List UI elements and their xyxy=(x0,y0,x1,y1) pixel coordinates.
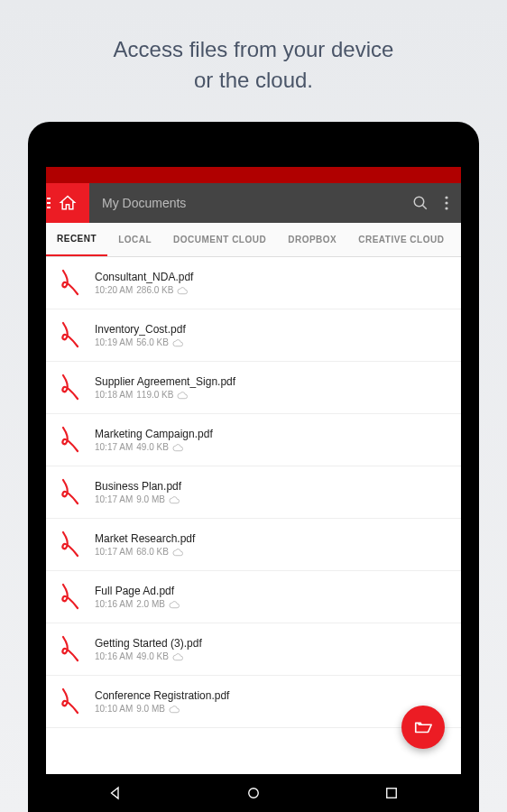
file-name: Marketing Campaign.pdf xyxy=(95,428,448,440)
file-time: 10:10 AM xyxy=(95,704,133,714)
pdf-icon xyxy=(59,373,84,403)
cloud-icon xyxy=(172,653,183,660)
app-screen: My Documents RECENTLOCALDOCUMENT CLOUDDR… xyxy=(46,167,461,812)
file-name: Consultant_NDA.pdf xyxy=(95,271,448,283)
file-meta: 10:17 AM 68.0 KB xyxy=(95,547,448,557)
pdf-icon xyxy=(59,634,84,665)
tab-bar: RECENTLOCALDOCUMENT CLOUDDROPBOXCREATIVE… xyxy=(46,223,461,257)
file-row[interactable]: Market Research.pdf 10:17 AM 68.0 KB xyxy=(46,519,461,571)
file-name: Supplier Agreement_Sign.pdf xyxy=(95,375,448,388)
fab-open-folder[interactable] xyxy=(401,706,445,749)
file-name: Inventory_Cost.pdf xyxy=(95,323,448,336)
file-name: Market Research.pdf xyxy=(95,532,448,545)
file-time: 10:18 AM xyxy=(95,390,133,400)
file-time: 10:17 AM xyxy=(95,442,133,452)
file-info: Marketing Campaign.pdf 10:17 AM 49.0 KB xyxy=(95,428,448,452)
svg-point-5 xyxy=(249,789,259,798)
file-row[interactable]: Consultant_NDA.pdf 10:20 AM 286.0 KB xyxy=(46,257,461,309)
tab-document-cloud[interactable]: DOCUMENT CLOUD xyxy=(162,223,277,256)
nav-recents-button[interactable] xyxy=(364,774,419,812)
promo-caption: Access files from your device or the clo… xyxy=(114,34,394,95)
svg-point-3 xyxy=(445,202,447,205)
file-meta: 10:18 AM 119.0 KB xyxy=(95,390,448,400)
tab-local[interactable]: LOCAL xyxy=(107,223,162,256)
pdf-icon xyxy=(59,268,84,299)
file-size: 56.0 KB xyxy=(136,337,169,347)
file-info: Consultant_NDA.pdf 10:20 AM 286.0 KB xyxy=(95,271,448,295)
cloud-icon xyxy=(172,549,183,556)
pdf-icon xyxy=(59,582,84,613)
file-size: 9.0 MB xyxy=(136,704,165,714)
pdf-icon xyxy=(59,687,84,717)
file-size: 2.0 MB xyxy=(136,599,165,609)
tab-creative-cloud[interactable]: CREATIVE CLOUD xyxy=(347,223,455,256)
promo-line1: Access files from your device xyxy=(114,37,394,61)
cloud-icon xyxy=(169,706,180,713)
file-meta: 10:17 AM 49.0 KB xyxy=(95,442,448,452)
file-meta: 10:16 AM 49.0 KB xyxy=(95,651,448,661)
android-nav-bar xyxy=(46,774,461,812)
cloud-icon xyxy=(169,601,180,608)
app-bar: My Documents xyxy=(46,183,461,223)
svg-rect-6 xyxy=(387,789,397,798)
file-size: 9.0 MB xyxy=(136,494,165,504)
cloud-icon xyxy=(169,496,180,503)
tab-dropbox[interactable]: DROPBOX xyxy=(277,223,347,256)
file-time: 10:20 AM xyxy=(95,285,133,295)
file-row[interactable]: Inventory_Cost.pdf 10:19 AM 56.0 KB xyxy=(46,309,461,362)
svg-point-0 xyxy=(414,197,424,207)
cloud-icon xyxy=(172,339,183,346)
file-time: 10:19 AM xyxy=(95,337,133,347)
file-time: 10:17 AM xyxy=(95,547,133,557)
file-row[interactable]: Business Plan.pdf 10:17 AM 9.0 MB xyxy=(46,466,461,519)
file-time: 10:16 AM xyxy=(95,599,133,609)
svg-line-1 xyxy=(422,205,427,209)
file-meta: 10:17 AM 9.0 MB xyxy=(95,494,448,504)
file-row[interactable]: Conference Registration.pdf 10:10 AM 9.0… xyxy=(46,676,461,728)
menu-icon[interactable] xyxy=(46,183,51,223)
cloud-icon xyxy=(172,444,183,451)
file-list[interactable]: Consultant_NDA.pdf 10:20 AM 286.0 KB Inv… xyxy=(46,257,461,812)
file-size: 49.0 KB xyxy=(136,651,169,661)
cloud-icon xyxy=(177,287,188,294)
file-row[interactable]: Supplier Agreement_Sign.pdf 10:18 AM 119… xyxy=(46,362,461,414)
tab-recent[interactable]: RECENT xyxy=(46,223,107,256)
tablet-frame: My Documents RECENTLOCALDOCUMENT CLOUDDR… xyxy=(28,122,479,812)
file-time: 10:16 AM xyxy=(95,651,133,661)
overflow-menu-icon[interactable] xyxy=(445,196,448,210)
page-title: My Documents xyxy=(102,196,412,210)
file-info: Full Page Ad.pdf 10:16 AM 2.0 MB xyxy=(95,585,448,609)
nav-home-button[interactable] xyxy=(226,774,281,812)
file-meta: 10:16 AM 2.0 MB xyxy=(95,599,448,609)
file-meta: 10:10 AM 9.0 MB xyxy=(95,704,448,714)
file-info: Business Plan.pdf 10:17 AM 9.0 MB xyxy=(95,480,448,504)
status-bar xyxy=(46,167,461,183)
file-row[interactable]: Full Page Ad.pdf 10:16 AM 2.0 MB xyxy=(46,571,461,623)
svg-point-2 xyxy=(445,197,447,199)
pdf-icon xyxy=(59,530,84,560)
file-name: Business Plan.pdf xyxy=(95,480,448,493)
promo-line2: or the cloud. xyxy=(194,68,313,92)
svg-point-4 xyxy=(445,208,447,210)
file-info: Inventory_Cost.pdf 10:19 AM 56.0 KB xyxy=(95,323,448,347)
file-meta: 10:20 AM 286.0 KB xyxy=(95,285,448,295)
folder-open-icon xyxy=(413,717,433,737)
file-info: Market Research.pdf 10:17 AM 68.0 KB xyxy=(95,532,448,557)
search-icon[interactable] xyxy=(412,195,429,211)
home-button[interactable] xyxy=(46,183,89,223)
file-size: 119.0 KB xyxy=(136,390,173,400)
file-info: Supplier Agreement_Sign.pdf 10:18 AM 119… xyxy=(95,375,448,400)
file-info: Getting Started (3).pdf 10:16 AM 49.0 KB xyxy=(95,637,448,661)
file-name: Full Page Ad.pdf xyxy=(95,585,448,597)
pdf-icon xyxy=(59,320,84,351)
file-size: 286.0 KB xyxy=(136,285,173,295)
file-name: Getting Started (3).pdf xyxy=(95,637,448,650)
file-row[interactable]: Getting Started (3).pdf 10:16 AM 49.0 KB xyxy=(46,623,461,676)
file-row[interactable]: Marketing Campaign.pdf 10:17 AM 49.0 KB xyxy=(46,414,461,466)
file-size: 49.0 KB xyxy=(136,442,169,452)
file-meta: 10:19 AM 56.0 KB xyxy=(95,337,448,347)
home-icon xyxy=(59,194,77,212)
file-time: 10:17 AM xyxy=(95,494,133,504)
nav-back-button[interactable] xyxy=(88,774,143,812)
file-size: 68.0 KB xyxy=(136,547,169,557)
